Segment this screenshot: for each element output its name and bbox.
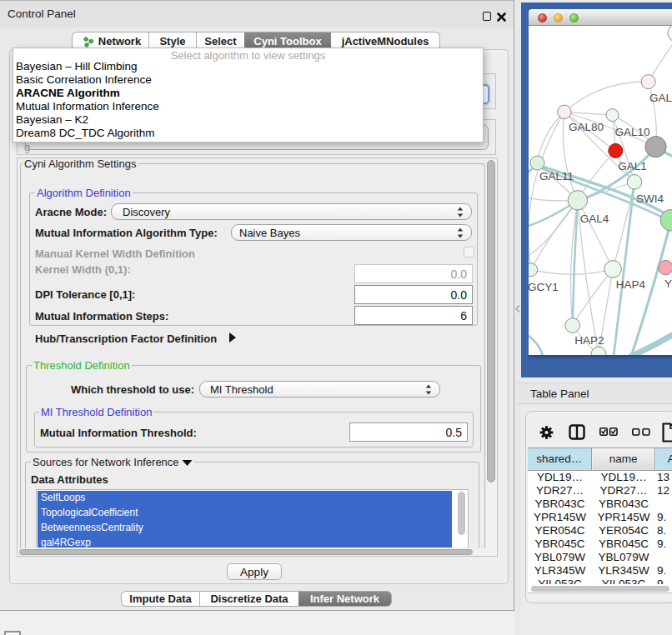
svg-text:GCY1: GCY1 bbox=[529, 281, 559, 293]
svg-text:GAL80: GAL80 bbox=[569, 121, 604, 133]
svg-text:YJL: YJL bbox=[664, 278, 672, 290]
svg-text:HAP2: HAP2 bbox=[574, 334, 604, 347]
svg-text:GAL1: GAL1 bbox=[618, 160, 647, 172]
svg-text:GAL4: GAL4 bbox=[580, 212, 609, 225]
svg-text:GAL11: GAL11 bbox=[539, 170, 574, 182]
svg-text:HAP4: HAP4 bbox=[616, 278, 646, 291]
svg-text:GAL10: GAL10 bbox=[614, 126, 649, 138]
svg-text:GAL7: GAL7 bbox=[649, 92, 672, 104]
svg-text:SWI4: SWI4 bbox=[636, 192, 664, 205]
